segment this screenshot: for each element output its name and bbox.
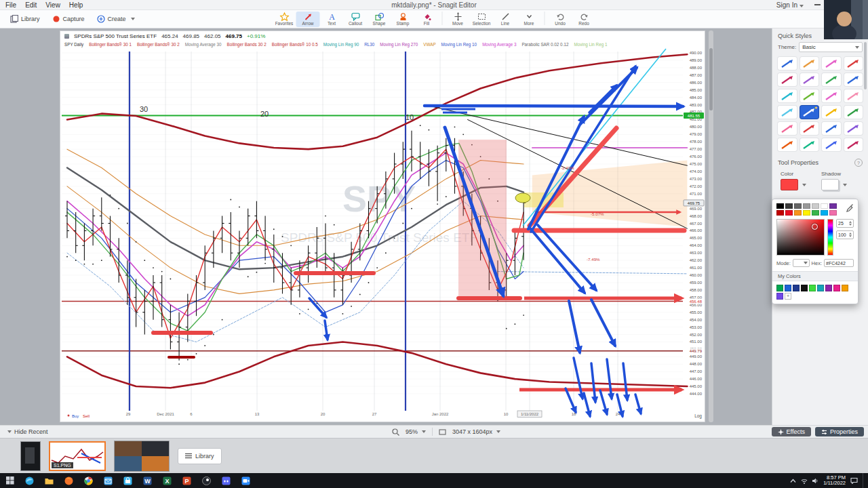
captured-image[interactable]: SPDRs S&P 500 Trust Series ETF 465.24 46…	[60, 30, 705, 422]
quick-style-swatch[interactable]	[822, 106, 841, 119]
indicator-label[interactable]: Bollinger Bands 30 2	[227, 42, 267, 47]
my-color-swatch[interactable]	[809, 285, 816, 291]
indicator-label[interactable]: RL30	[364, 42, 374, 47]
indicator-label[interactable]: Moving Lin Reg 1	[574, 42, 607, 47]
indicator-label[interactable]: Bollinger Bands® 30 1	[89, 42, 132, 47]
taskbar-clock[interactable]: 8:57 PM 1/11/2022	[823, 475, 846, 487]
quick-style-swatch[interactable]	[844, 89, 863, 102]
tray-expand-icon[interactable]	[790, 479, 796, 483]
effects-button[interactable]: Effects	[772, 427, 811, 436]
capture-thumbnail[interactable]	[114, 441, 170, 472]
menu-file[interactable]: File	[5, 1, 16, 9]
sign-in-link[interactable]: Sign In	[776, 1, 804, 9]
quick-style-swatch[interactable]	[778, 122, 797, 135]
edge-icon[interactable]	[20, 473, 39, 488]
preset-color[interactable]	[794, 210, 802, 216]
zoom-select[interactable]: 95%	[406, 428, 426, 435]
preset-color[interactable]	[821, 203, 828, 209]
quick-style-swatch[interactable]	[778, 57, 797, 70]
gradient-cursor[interactable]	[812, 224, 818, 230]
my-color-swatch[interactable]	[825, 285, 832, 291]
tool-more[interactable]: More	[517, 12, 541, 27]
menu-help[interactable]: Help	[69, 1, 83, 9]
width-stepper[interactable]: 25	[836, 219, 854, 228]
capture-thumbnail-selected[interactable]: S1.PNG	[49, 441, 106, 471]
color-swatch[interactable]	[781, 179, 798, 190]
vertical-scrollbar[interactable]	[709, 30, 713, 422]
my-color-swatch[interactable]	[842, 285, 848, 291]
quick-style-swatch[interactable]	[778, 89, 797, 102]
capture-thumbnail[interactable]	[20, 441, 41, 471]
preset-color[interactable]	[812, 210, 819, 216]
hex-input[interactable]	[824, 259, 854, 267]
quick-style-swatch[interactable]	[822, 73, 841, 86]
add-color-button[interactable]: +	[785, 293, 791, 300]
indicator-label[interactable]: Moving Lin Reg 270	[380, 42, 418, 47]
explorer-icon[interactable]	[39, 473, 59, 488]
tool-arrow[interactable]: Arrow	[296, 12, 320, 27]
quick-style-swatch[interactable]	[778, 106, 797, 119]
chart-plot[interactable]: SPYSPDRs S&P 500 Trust Series ETF302010-…	[60, 47, 705, 422]
shadow-swatch[interactable]	[821, 179, 839, 190]
capture-button[interactable]: Capture	[47, 13, 90, 25]
my-color-swatch[interactable]	[833, 285, 840, 291]
quick-style-swatch[interactable]	[778, 138, 797, 151]
indicator-label[interactable]: Moving Average 30	[185, 42, 222, 47]
firefox-icon[interactable]	[59, 473, 79, 488]
quick-style-swatch[interactable]	[778, 73, 797, 86]
hide-recent-button[interactable]: Hide Recent	[0, 428, 48, 435]
tool-line[interactable]: Line	[494, 12, 517, 27]
panel-scrollbar[interactable]	[864, 42, 867, 89]
mail-icon[interactable]	[98, 473, 118, 488]
quick-style-swatch[interactable]	[844, 106, 863, 119]
quick-style-swatch[interactable]	[844, 73, 863, 86]
preset-color[interactable]	[785, 210, 793, 216]
quick-style-swatch[interactable]	[822, 122, 841, 135]
powerpoint-icon[interactable]: P	[177, 473, 197, 488]
quick-style-swatch[interactable]	[822, 138, 841, 151]
my-color-swatch[interactable]	[793, 285, 800, 291]
preset-color[interactable]	[812, 203, 819, 209]
obs-icon[interactable]	[197, 473, 216, 488]
indicator-label[interactable]: Parabolic SAR 0.02 0.12	[521, 42, 568, 47]
quick-style-swatch[interactable]	[800, 57, 819, 70]
indicator-label[interactable]: SPY Daily	[64, 42, 83, 47]
indicator-label[interactable]: VWAP	[423, 42, 435, 47]
quick-style-swatch[interactable]	[844, 57, 863, 70]
dimensions-select[interactable]: 3047 x 1604px	[452, 428, 500, 435]
indicator-label[interactable]: Moving Lin Reg 90	[323, 42, 359, 47]
indicator-label[interactable]: Moving Lin Reg 10	[441, 42, 477, 47]
saturation-gradient[interactable]	[776, 219, 825, 256]
indicator-label[interactable]: Bollinger Bands® 30 2	[137, 42, 180, 47]
tray-library-button[interactable]: Library	[178, 448, 222, 464]
tool-move[interactable]: Move	[446, 12, 470, 27]
preset-color[interactable]	[803, 210, 810, 216]
create-button[interactable]: Create	[92, 13, 140, 25]
mode-select[interactable]	[793, 259, 810, 267]
tool-shape[interactable]: Shape	[368, 12, 391, 27]
properties-button[interactable]: Properties	[815, 427, 864, 436]
tool-selection[interactable]: Selection	[470, 12, 494, 27]
quick-style-selected[interactable]: ★	[800, 106, 819, 119]
tool-stamp[interactable]: Stamp	[391, 12, 415, 27]
start-button[interactable]	[0, 473, 20, 488]
tool-fill[interactable]: Fill	[415, 12, 439, 27]
quick-style-swatch[interactable]	[844, 122, 863, 135]
my-color-swatch[interactable]	[776, 285, 783, 291]
hue-slider[interactable]	[827, 219, 833, 256]
word-icon[interactable]: W	[138, 473, 157, 488]
excel-icon[interactable]: X	[157, 473, 177, 488]
preset-color[interactable]	[829, 210, 837, 216]
tool-favorites[interactable]: Favorites	[273, 12, 296, 27]
indicator-label[interactable]: Moving Average 3	[482, 42, 516, 47]
wifi-icon[interactable]	[801, 478, 808, 484]
volume-icon[interactable]	[812, 478, 818, 484]
canvas-workspace[interactable]: SPDRs S&P 500 Trust Series ETF 465.24 46…	[0, 28, 868, 426]
preset-color[interactable]	[821, 210, 828, 216]
preset-color[interactable]	[829, 203, 837, 209]
tool-text[interactable]: A Text	[320, 12, 344, 27]
my-color-swatch[interactable]	[776, 293, 783, 300]
quick-style-swatch[interactable]	[822, 57, 841, 70]
theme-select[interactable]: Basic	[799, 42, 863, 52]
store-icon[interactable]	[118, 473, 138, 488]
